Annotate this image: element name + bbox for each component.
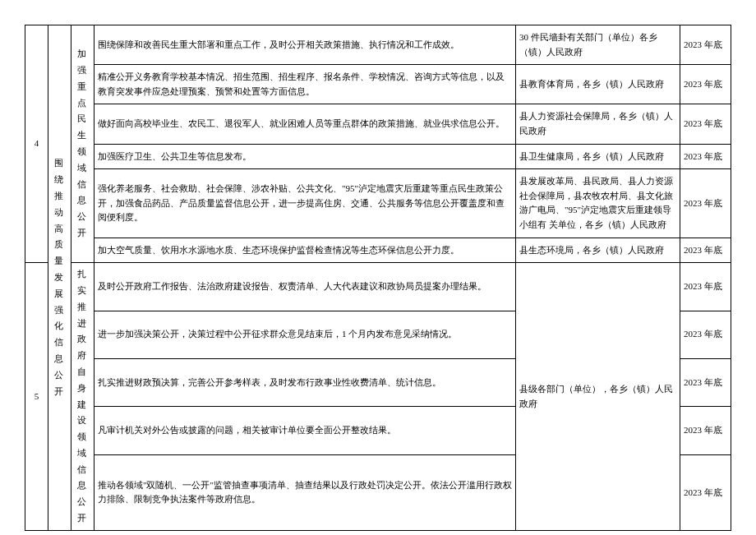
dept-cell: 30 件民墙卦有关部门（单位）各乡（镇）人民政府 — [516, 25, 680, 65]
table-row: 做好面向高校毕业生、农民工、退役军人、就业困难人员等重点群体的政策措施、就业供求… — [25, 104, 731, 144]
deadline-cell: 2023 年底 — [680, 25, 731, 65]
category-cell: 围绕推动高质量发展强化信息公开 — [48, 25, 71, 531]
dept-cell: 县级各部门（单位），各乡（镇）人民政府 — [516, 263, 680, 531]
deadline-cell: 2023 年底 — [680, 407, 731, 454]
subcategory-text: 加强重点民生领域信息公开 — [73, 46, 92, 242]
subcategory-cell: 加强重点民生领域信息公开 — [71, 25, 94, 263]
deadline-cell: 2023 年底 — [680, 263, 731, 311]
deadline-cell: 2023 年底 — [680, 144, 731, 169]
content-cell: 凡审计机关对外公告或披露的问题，相关被审计单位要全面公开整改结果。 — [94, 407, 516, 454]
deadline-cell: 2023 年底 — [680, 358, 731, 406]
dept-cell: 县教育体育局，各乡（镇）人民政府 — [516, 65, 680, 104]
table-row: 强化养老服务、社会救助、社会保障、涉农补贴、公共文化、"95"泸定地震灾后重建等… — [25, 169, 731, 238]
deadline-cell: 2023 年底 — [680, 238, 731, 263]
deadline-cell: 2023 年底 — [680, 169, 731, 238]
content-cell: 及时公开政府工作报告、法治政府建设报告、权责清单、人大代表建议和政协局员提案办理… — [94, 263, 516, 311]
row-index: 4 — [25, 25, 48, 263]
subcategory-text: 扎实推进政府自身建设领域信息公开 — [73, 266, 92, 527]
deadline-cell: 2023 年底 — [680, 311, 731, 358]
dept-cell: 县发展改革局、县民政局、县人力资源社会保障局，县农牧农村局、县文化旅游广电局、"… — [516, 169, 680, 238]
table-row: 加强医疗卫生、公共卫生等信息发布。 县卫生健康局，各乡（镇）人民政府 2023 … — [25, 144, 731, 169]
content-cell: 围绕保障和改善民生重大部署和重点工作，及时公开相关政策措施、执行情况和工作成效。 — [94, 25, 516, 65]
policy-table: 4 围绕推动高质量发展强化信息公开 加强重点民生领域信息公开 围绕保障和改善民生… — [25, 25, 731, 531]
table-row: 4 围绕推动高质量发展强化信息公开 加强重点民生领域信息公开 围绕保障和改善民生… — [25, 25, 731, 65]
content-cell: 做好面向高校毕业生、农民工、退役军人、就业困难人员等重点群体的政策措施、就业供求… — [94, 104, 516, 144]
content-cell: 精准公开义务教育学校基本情况、招生范围、招生程序、报名条件、学校情况、咨询方式等… — [94, 65, 516, 104]
content-cell: 扎实推进财政预决算，完善公开参考样表，及时发布行政事业性收费清单、统计信息。 — [94, 358, 516, 406]
document-page: 4 围绕推动高质量发展强化信息公开 加强重点民生领域信息公开 围绕保障和改善民生… — [25, 25, 731, 531]
category-text: 围绕推动高质量发展强化信息公开 — [50, 155, 69, 399]
dept-cell: 县人力资源社会保障局，各乡（镇）人民政府 — [516, 104, 680, 144]
deadline-cell: 2023 年底 — [680, 65, 731, 104]
deadline-cell: 2023 年底 — [680, 104, 731, 144]
content-cell: 加大空气质量、饮用水水源地水质、生态环境保护监督检查情况等生态环保信息公开力度。 — [94, 238, 516, 263]
content-cell: 强化养老服务、社会救助、社会保障、涉农补贴、公共文化、"95"泸定地震灾后重建等… — [94, 169, 516, 238]
table-row: 5 扎实推进政府自身建设领域信息公开 及时公开政府工作报告、法治政府建设报告、权… — [25, 263, 731, 311]
table-row: 精准公开义务教育学校基本情况、招生范围、招生程序、报名条件、学校情况、咨询方式等… — [25, 65, 731, 104]
content-cell: 加强医疗卫生、公共卫生等信息发布。 — [94, 144, 516, 169]
deadline-cell: 2023 年底 — [680, 454, 731, 530]
table-row: 加大空气质量、饮用水水源地水质、生态环境保护监督检查情况等生态环保信息公开力度。… — [25, 238, 731, 263]
dept-cell: 县卫生健康局，各乡（镇）人民政府 — [516, 144, 680, 169]
content-cell: 进一步加强决策公开，决策过程中公开征求群众意见结束后，1 个月内发布意见采纳情况… — [94, 311, 516, 358]
subcategory-cell: 扎实推进政府自身建设领域信息公开 — [71, 263, 94, 531]
content-cell: 推动各领域"双随机、一公开"监管抽查事项清单、抽查结果以及行政处罚决定公开。依法… — [94, 454, 516, 530]
dept-cell: 县生态环境局，各乡（镇）人民政府 — [516, 238, 680, 263]
row-index: 5 — [25, 263, 48, 531]
